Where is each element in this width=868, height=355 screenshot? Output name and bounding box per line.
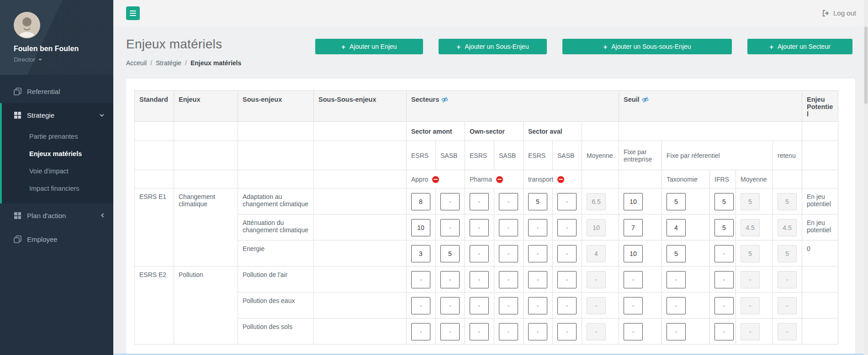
score-input[interactable] bbox=[624, 297, 643, 314]
score-input[interactable] bbox=[624, 193, 643, 210]
score-input[interactable] bbox=[667, 219, 686, 236]
score-input[interactable] bbox=[411, 297, 430, 314]
value-cell bbox=[662, 188, 710, 214]
user-role-dropdown[interactable]: Director bbox=[14, 56, 113, 63]
sidebar-item-partie-prenantes[interactable]: Partie prenantes bbox=[2, 128, 113, 145]
plus-icon: + bbox=[603, 43, 607, 51]
plus-icon: + bbox=[457, 43, 461, 51]
score-input[interactable] bbox=[411, 219, 430, 236]
score-input[interactable] bbox=[499, 271, 518, 288]
breadcrumb-strategie[interactable]: Stratégie bbox=[156, 59, 181, 67]
score-input[interactable] bbox=[528, 193, 547, 210]
score-input[interactable] bbox=[470, 219, 489, 236]
potentiel-cell: 0 bbox=[802, 240, 838, 266]
remove-sector-icon[interactable] bbox=[432, 176, 439, 183]
value-cell bbox=[407, 188, 436, 214]
score-input[interactable] bbox=[557, 219, 577, 236]
scrollbar-thumb[interactable] bbox=[864, 26, 868, 104]
breadcrumb-current: Enjeux matériels bbox=[191, 59, 241, 67]
score-input[interactable] bbox=[470, 245, 489, 262]
remove-sector-icon[interactable] bbox=[557, 176, 564, 183]
add-sous-sous-enjeu-button[interactable]: + Ajouter un Sous-sous-Enjeu bbox=[562, 39, 732, 54]
score-input[interactable] bbox=[624, 245, 643, 262]
sidebar-item-voie-dimpact[interactable]: Voie d'impact bbox=[2, 162, 113, 180]
score-input[interactable] bbox=[411, 323, 430, 340]
score-input bbox=[778, 193, 797, 210]
sidebar-item-enjeux-materiels[interactable]: Enjeux matériels bbox=[2, 145, 113, 162]
sidebar-item-strategie[interactable]: Strategie bbox=[2, 103, 113, 127]
value-cell bbox=[736, 214, 773, 240]
score-input[interactable] bbox=[440, 245, 460, 262]
score-input[interactable] bbox=[470, 271, 489, 288]
menu-toggle-button[interactable] bbox=[126, 6, 140, 20]
logout-button[interactable]: Log out bbox=[822, 9, 856, 17]
score-input[interactable] bbox=[470, 193, 489, 210]
score-input[interactable] bbox=[499, 323, 518, 340]
eye-slash-icon[interactable] bbox=[441, 97, 448, 103]
score-input[interactable] bbox=[667, 245, 686, 262]
score-input[interactable] bbox=[499, 193, 518, 210]
score-input[interactable] bbox=[411, 245, 430, 262]
window-scrollbar[interactable] bbox=[864, 0, 868, 355]
score-input[interactable] bbox=[528, 245, 547, 262]
score-input[interactable] bbox=[528, 323, 547, 340]
score-input[interactable] bbox=[557, 271, 577, 288]
score-input[interactable] bbox=[715, 297, 734, 314]
score-input bbox=[741, 219, 760, 236]
add-secteur-button[interactable]: + Ajouter un Secteur bbox=[747, 39, 852, 54]
sidebar-item-impact-financiers[interactable]: Impact financiers bbox=[2, 180, 113, 197]
col-header-sous-enjeux: Sous-enjeux bbox=[238, 91, 314, 122]
sidebar-item-plan-daction[interactable]: Plan d'action bbox=[0, 204, 113, 227]
score-input[interactable] bbox=[528, 219, 547, 236]
score-input[interactable] bbox=[667, 323, 686, 340]
eye-slash-icon[interactable] bbox=[642, 97, 649, 103]
sidebar-item-referential[interactable]: Referential bbox=[0, 79, 113, 103]
score-input[interactable] bbox=[557, 193, 577, 210]
score-input[interactable] bbox=[624, 271, 643, 288]
score-input[interactable] bbox=[715, 193, 734, 210]
score-input[interactable] bbox=[411, 271, 430, 288]
score-input[interactable] bbox=[667, 271, 686, 288]
score-input[interactable] bbox=[715, 219, 734, 236]
score-input[interactable] bbox=[470, 323, 489, 340]
score-input[interactable] bbox=[528, 297, 547, 314]
value-cell bbox=[524, 240, 553, 266]
score-input[interactable] bbox=[667, 193, 686, 210]
score-input[interactable] bbox=[624, 323, 643, 340]
score-input[interactable] bbox=[440, 219, 460, 236]
breadcrumb: Acceuil / Stratégie / Enjeux matériels bbox=[126, 59, 241, 67]
sidebar-item-employee[interactable]: Employee bbox=[0, 227, 113, 251]
score-input[interactable] bbox=[440, 323, 460, 340]
value-cell bbox=[553, 318, 582, 345]
breadcrumb-home[interactable]: Acceuil bbox=[126, 59, 147, 67]
value-cell bbox=[710, 292, 736, 318]
score-input[interactable] bbox=[440, 193, 460, 210]
table-row: Atténuation du changement climatiqueEn j… bbox=[135, 214, 838, 240]
score-input bbox=[587, 323, 606, 340]
add-enjeu-button[interactable]: + Ajouter un Enjeu bbox=[315, 39, 423, 54]
value-cell bbox=[494, 240, 524, 266]
score-input[interactable] bbox=[440, 297, 460, 314]
score-input[interactable] bbox=[557, 297, 577, 314]
score-input[interactable] bbox=[667, 297, 686, 314]
score-input[interactable] bbox=[715, 271, 734, 288]
score-input[interactable] bbox=[440, 271, 460, 288]
strategie-submenu: Partie prenantes Enjeux matériels Voie d… bbox=[2, 127, 113, 204]
score-input[interactable] bbox=[499, 297, 518, 314]
remove-sector-icon[interactable] bbox=[496, 176, 503, 183]
score-input[interactable] bbox=[411, 193, 430, 210]
score-input[interactable] bbox=[624, 219, 643, 236]
sous-enjeu-cell: Atténuation du changement climatique bbox=[238, 214, 314, 240]
score-input[interactable] bbox=[557, 323, 577, 340]
value-cell bbox=[465, 266, 494, 292]
score-input[interactable] bbox=[715, 323, 734, 340]
score-input[interactable] bbox=[528, 271, 547, 288]
score-input[interactable] bbox=[557, 245, 577, 262]
plus-icon: + bbox=[769, 43, 773, 51]
score-input[interactable] bbox=[499, 219, 518, 236]
score-input[interactable] bbox=[470, 297, 489, 314]
score-input[interactable] bbox=[715, 245, 734, 262]
score-input[interactable] bbox=[499, 245, 518, 262]
add-sous-enjeu-button[interactable]: + Ajouter un Sous-Enjeu bbox=[439, 39, 547, 54]
col-header-own-sector: Own-sector bbox=[465, 122, 524, 141]
